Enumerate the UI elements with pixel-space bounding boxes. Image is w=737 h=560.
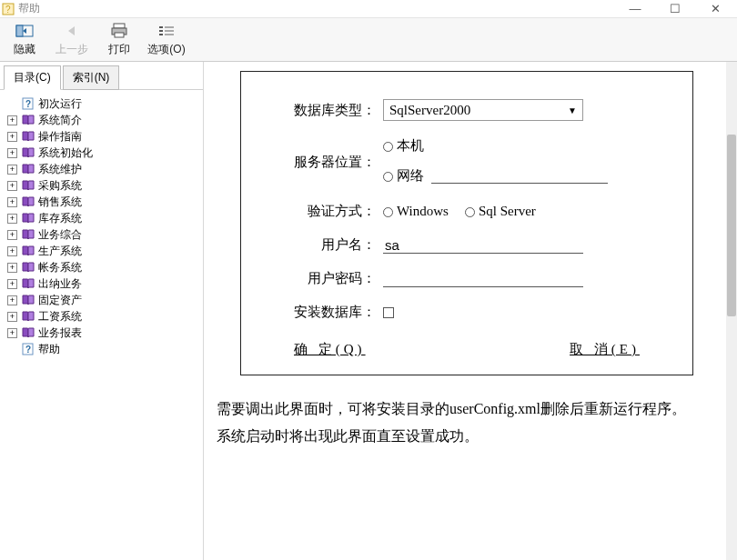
tree: ?初次运行+系统简介+操作指南+系统初始化+系统维护+采购系统+销售系统+库存系… <box>0 90 203 560</box>
expand-icon[interactable]: + <box>7 328 17 338</box>
tree-item[interactable]: +操作指南 <box>4 128 199 145</box>
tree-item[interactable]: +业务报表 <box>4 325 199 341</box>
sidebar: 目录(C) 索引(N) ?初次运行+系统简介+操作指南+系统初始化+系统维护+采… <box>0 62 204 560</box>
tree-item[interactable]: +业务综合 <box>4 226 199 243</box>
content-scroll: 数据库类型： SqlServer2000 ▼ 服务器位置： 本机 网络 <box>204 62 726 560</box>
auth-radio-windows[interactable]: Windows <box>383 204 449 219</box>
expand-icon[interactable]: + <box>7 132 17 142</box>
tree-item[interactable]: +固定资产 <box>4 292 199 308</box>
serverpos-radio-net[interactable]: 网络 <box>383 167 608 185</box>
book-icon <box>21 310 35 323</box>
app-icon: ? <box>2 3 15 15</box>
tree-item-label: 销售系统 <box>38 194 82 210</box>
tree-item[interactable]: ?帮助 <box>4 341 199 357</box>
expand-icon[interactable]: + <box>7 181 17 191</box>
tree-item[interactable]: ?初次运行 <box>4 95 199 112</box>
book-icon <box>21 212 35 225</box>
user-input[interactable] <box>383 237 583 254</box>
tree-item[interactable]: +系统初始化 <box>4 145 199 161</box>
tree-item[interactable]: +库存系统 <box>4 210 199 226</box>
pwd-input[interactable] <box>383 271 583 287</box>
options-label: 选项(O) <box>147 42 185 57</box>
svg-rect-11 <box>165 30 174 32</box>
expand-icon[interactable]: + <box>7 148 17 158</box>
maximize-button[interactable]: ☐ <box>655 0 695 18</box>
svg-rect-12 <box>165 34 174 35</box>
svg-rect-9 <box>159 34 163 35</box>
expand-icon[interactable]: + <box>7 214 17 224</box>
titlebar: ? 帮助 — ☐ ✕ <box>0 0 737 18</box>
toolbar: 隐藏 上一步 打印 选项(O) <box>0 18 737 62</box>
book-icon <box>21 294 35 306</box>
main: 目录(C) 索引(N) ?初次运行+系统简介+操作指南+系统初始化+系统维护+采… <box>0 62 737 560</box>
hide-icon <box>15 22 34 40</box>
expand-icon[interactable]: + <box>7 295 17 305</box>
tree-item[interactable]: +帐务系统 <box>4 259 199 275</box>
print-label: 打印 <box>108 42 130 57</box>
pwd-label: 用户密码： <box>257 270 383 287</box>
tree-item[interactable]: +采购系统 <box>4 177 199 194</box>
window-title: 帮助 <box>18 1 615 16</box>
installdb-label: 安装数据库： <box>257 304 383 321</box>
help-paragraph-2: 系统启动时将出现此界面直至设置成功。 <box>217 423 717 450</box>
hide-button[interactable]: 隐藏 <box>4 20 45 60</box>
tree-item-label: 操作指南 <box>38 128 82 145</box>
tree-item[interactable]: +销售系统 <box>4 194 199 210</box>
svg-text:?: ? <box>25 99 31 109</box>
svg-rect-4 <box>114 24 125 28</box>
expand-icon[interactable]: + <box>7 197 17 207</box>
close-button[interactable]: ✕ <box>695 0 735 18</box>
tree-item[interactable]: +出纳业务 <box>4 275 199 292</box>
tree-item[interactable]: +工资系统 <box>4 308 199 325</box>
serverpos-net-input[interactable] <box>431 167 608 184</box>
tree-item[interactable]: +生产系统 <box>4 243 199 259</box>
tree-item-label: 出纳业务 <box>38 275 82 292</box>
auth-label: 验证方式： <box>257 203 383 220</box>
expand-icon[interactable]: + <box>7 279 17 289</box>
tree-item-label: 业务报表 <box>38 325 82 341</box>
auth-radio-sqlserver[interactable]: Sql Server <box>465 204 536 219</box>
radio-icon <box>465 207 475 217</box>
dbtype-value: SqlServer2000 <box>389 103 470 118</box>
options-icon <box>157 22 176 40</box>
expand-icon[interactable]: + <box>7 312 17 322</box>
serverpos-label: 服务器位置： <box>257 137 383 171</box>
print-button[interactable]: 打印 <box>98 20 140 60</box>
tree-item-label: 系统简介 <box>38 112 82 128</box>
book-icon <box>21 114 35 126</box>
cancel-button[interactable]: 取 消(E) <box>570 341 640 358</box>
expand-icon[interactable]: + <box>7 263 17 273</box>
tree-item-label: 工资系统 <box>38 308 82 325</box>
expand-icon[interactable]: + <box>7 165 17 175</box>
print-icon <box>110 22 128 40</box>
content-pane: 数据库类型： SqlServer2000 ▼ 服务器位置： 本机 网络 <box>204 62 737 560</box>
sidebar-tabstrip: 目录(C) 索引(N) <box>0 62 203 90</box>
book-icon <box>21 130 35 143</box>
serverpos-radio-local[interactable]: 本机 <box>383 137 424 155</box>
user-label: 用户名： <box>257 236 383 254</box>
minimize-button[interactable]: — <box>615 0 655 18</box>
expand-spacer <box>7 345 17 355</box>
tab-toc[interactable]: 目录(C) <box>4 65 61 90</box>
tree-item-label: 帮助 <box>38 341 60 357</box>
expand-icon[interactable]: + <box>7 115 17 125</box>
dbtype-select[interactable]: SqlServer2000 ▼ <box>383 99 583 121</box>
book-icon <box>21 277 35 290</box>
expand-icon[interactable]: + <box>7 246 17 256</box>
help-paragraphs: 需要调出此界面时，可将安装目录的userConfig.xml删除后重新运行程序。… <box>217 395 717 451</box>
options-button[interactable]: 选项(O) <box>146 20 187 60</box>
ok-button[interactable]: 确 定(Q) <box>294 341 366 358</box>
tree-item[interactable]: +系统维护 <box>4 161 199 177</box>
scrollbar-thumb[interactable] <box>727 135 736 316</box>
radio-icon <box>383 142 393 152</box>
tree-item-label: 系统初始化 <box>38 145 93 161</box>
vertical-scrollbar[interactable] <box>726 62 737 560</box>
back-icon <box>63 22 81 40</box>
back-button: 上一步 <box>51 20 93 60</box>
expand-icon[interactable]: + <box>7 230 17 240</box>
back-label: 上一步 <box>56 42 88 57</box>
tree-item[interactable]: +系统简介 <box>4 112 199 128</box>
installdb-checkbox[interactable] <box>383 307 394 318</box>
tab-index[interactable]: 索引(N) <box>63 65 120 90</box>
book-icon <box>21 179 35 192</box>
